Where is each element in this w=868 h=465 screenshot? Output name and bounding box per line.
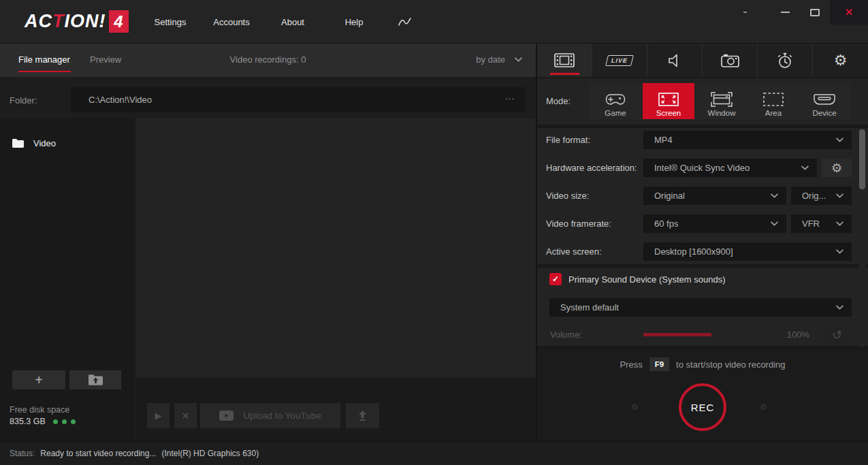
folder-upload-icon [89, 374, 103, 385]
hardware-acceleration-settings-button[interactable]: ⚙ [822, 159, 852, 177]
tab-settings[interactable]: ⚙ [813, 44, 868, 77]
mode-window-label: Window [708, 109, 736, 117]
mode-game-button[interactable]: Game [590, 83, 641, 119]
video-size-dropdown[interactable]: Original [643, 187, 786, 205]
tab-live-streaming[interactable]: LIVE [592, 44, 647, 77]
sound-device-dropdown[interactable]: System default [549, 298, 852, 317]
menu-about[interactable]: About [262, 17, 323, 27]
gamepad-icon [605, 90, 626, 109]
video-settings-section: File format: MP4 Hardware acceleration: … [537, 128, 868, 264]
pin-indicator [743, 12, 747, 13]
status-gpu-info: (Intel(R) HD Graphics 630) [161, 449, 259, 458]
mode-screen-label: Screen [656, 109, 681, 117]
free-disk-space-value: 835.3 GB [10, 417, 46, 426]
minimize-button[interactable] [770, 0, 800, 25]
folder-path-input[interactable]: C:\Action!\Video ... [71, 87, 526, 112]
mode-screen-button[interactable]: Screen [643, 83, 694, 119]
folder-tree: Video [0, 118, 135, 441]
file-list-area[interactable] [136, 118, 536, 378]
import-file-button[interactable] [69, 370, 121, 389]
minimize-icon [781, 12, 790, 13]
logo-text: ACTION! [25, 11, 106, 32]
hardware-acceleration-dropdown[interactable]: Intel® Quick Sync Video [643, 159, 817, 177]
file-format-value: MP4 [654, 135, 673, 145]
chevron-down-icon [836, 249, 843, 254]
mode-area-button[interactable]: Area [748, 83, 799, 119]
maximize-button[interactable] [800, 0, 830, 25]
folder-label: Folder: [10, 95, 37, 106]
sound-section: ✓ Primary Sound Device (System sounds) S… [537, 268, 868, 346]
volume-label: Volume: [550, 330, 582, 340]
menu-help[interactable]: Help [323, 17, 385, 27]
scrollbar-thumb[interactable] [859, 129, 865, 189]
chevron-down-icon [836, 138, 843, 142]
area-dashed-icon [763, 90, 784, 109]
menu-settings[interactable]: Settings [140, 17, 201, 27]
close-button[interactable]: ✕ [830, 0, 868, 25]
recording-tabs: LIVE ⚙ [537, 44, 868, 77]
primary-sound-device-checkbox-row[interactable]: ✓ Primary Sound Device (System sounds) [549, 273, 725, 285]
active-tab-underline [18, 71, 71, 72]
chevron-down-icon [771, 193, 778, 198]
content: File manager Preview Video recordings: 0… [0, 44, 868, 441]
sort-by-label: by date [476, 54, 505, 65]
window-icon [711, 90, 733, 109]
browse-folder-button[interactable]: ... [505, 91, 515, 101]
menu-accounts[interactable]: Accounts [201, 17, 262, 27]
folder-row: Folder: C:\Action!\Video ... [0, 77, 536, 118]
rec-button-label: REC [691, 402, 715, 413]
pen-tool-button[interactable] [385, 16, 425, 27]
file-manager-header: File manager Preview Video recordings: 0… [0, 44, 536, 77]
hotkey-hint-suffix: to start/stop video recording [676, 359, 785, 370]
recordings-count: Video recordings: 0 [0, 54, 536, 65]
settings-scrollbar [859, 129, 865, 347]
checkbox-checked-icon[interactable]: ✓ [549, 273, 562, 285]
file-format-dropdown[interactable]: MP4 [643, 131, 852, 149]
volume-slider[interactable] [643, 333, 711, 336]
rec-button[interactable]: REC [679, 383, 726, 431]
reset-undo-icon: ↺ [832, 329, 842, 341]
upload-file-button[interactable] [346, 403, 379, 428]
record-section: Press F9 to start/stop video recording ⚙… [537, 349, 868, 439]
active-screen-dropdown[interactable]: Desktop [1600x900] [643, 242, 852, 261]
upload-to-youtube-label: Upload to YouTube [243, 411, 321, 421]
upload-to-youtube-button[interactable]: Upload to YouTube [200, 403, 340, 428]
free-disk-space-label: Free disk space [10, 405, 69, 415]
delete-button[interactable]: ✕ [174, 403, 197, 428]
window-controls: ✕ [743, 0, 868, 25]
file-manager-panel: File manager Preview Video recordings: 0… [0, 44, 536, 441]
play-icon: ▶ [155, 411, 162, 421]
tab-audio-recording[interactable] [647, 44, 703, 77]
hardware-acceleration-value: Intel® Quick Sync Video [654, 163, 750, 173]
hotkey-key[interactable]: F9 [649, 357, 669, 371]
filmstrip-icon [554, 53, 575, 67]
file-format-label: File format: [546, 135, 590, 145]
tab-video-recording[interactable] [537, 44, 592, 77]
play-button[interactable]: ▶ [147, 403, 170, 428]
screen-expand-icon [658, 90, 679, 109]
folder-icon [12, 139, 24, 148]
sort-by-dropdown[interactable]: by date [476, 54, 522, 65]
sound-device-value: System default [560, 302, 619, 312]
mode-device-button[interactable]: Device [799, 83, 850, 119]
framerate-mode-dropdown[interactable]: VFR [791, 214, 852, 233]
video-size-secondary-dropdown[interactable]: Orig... [791, 187, 852, 205]
mode-device-label: Device [812, 109, 836, 117]
mode-window-button[interactable]: Window [696, 83, 748, 119]
main-menu: Settings Accounts About Help [140, 0, 425, 44]
add-folder-button[interactable]: + [12, 370, 65, 389]
device-hdmi-icon [814, 90, 835, 109]
video-framerate-dropdown[interactable]: 60 fps [643, 214, 786, 233]
tree-item-video[interactable]: Video [0, 133, 135, 153]
chevron-down-icon [836, 221, 843, 226]
tab-scheduler[interactable] [758, 44, 813, 77]
youtube-icon [219, 411, 234, 421]
chevron-down-icon [836, 193, 843, 198]
gear-icon: ⚙ [834, 53, 848, 68]
video-size-label: Video size: [546, 191, 589, 201]
volume-reset-button[interactable]: ↺ [822, 325, 852, 344]
status-bar: Status: Ready to start video recording..… [0, 441, 868, 465]
tab-screenshots[interactable] [703, 44, 758, 77]
close-x-icon: ✕ [181, 410, 190, 422]
folder-path-value: C:\Action!\Video [89, 95, 152, 105]
